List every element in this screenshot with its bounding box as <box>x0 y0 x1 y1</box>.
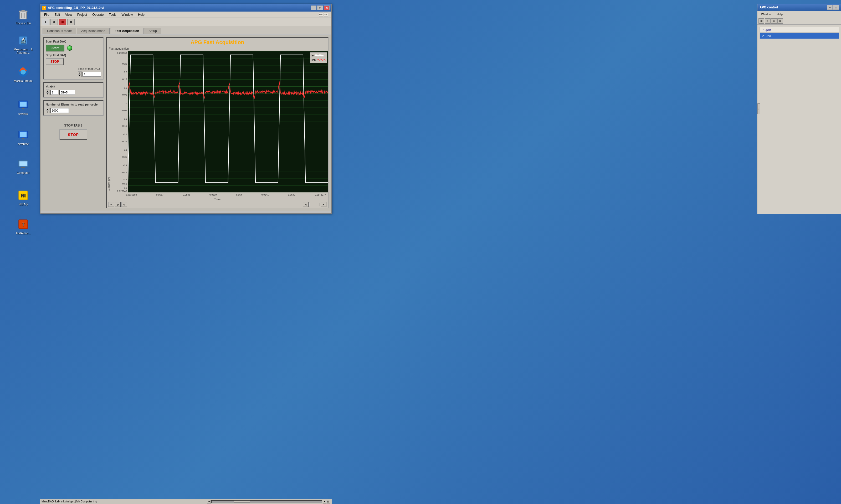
run-button[interactable] <box>42 19 49 25</box>
size-down-arrow[interactable]: ▼ <box>46 92 49 95</box>
main-window: V APG controlling_2.5_IPP_20131210.vi ─ … <box>40 4 332 214</box>
desktop-icon-nidaq[interactable]: NI NIDAQ <box>13 189 34 206</box>
menu-tools[interactable]: Tools <box>106 12 119 17</box>
side-toolbar: ⊞ ▷ ⊡ ⊞ <box>757 17 841 25</box>
side-list-item-1[interactable]: → .proi <box>759 27 839 33</box>
desktop-icon-label: NIDAQ <box>19 203 28 206</box>
y-axis-label: Current [V] <box>107 51 111 193</box>
svg-rect-2 <box>21 10 25 11</box>
desktop-icon-measurements[interactable]: 🔬 Measurem... & Automat... <box>13 34 34 54</box>
legend-ie: Ie <box>311 54 326 57</box>
side-minimize[interactable]: ─ <box>827 5 833 10</box>
desktop-icon-label: sxwints2 <box>18 142 29 145</box>
side-menu-help[interactable]: Help <box>774 12 785 16</box>
menu-window[interactable]: Window <box>119 12 136 17</box>
side-tb-btn-3[interactable]: ⊡ <box>771 18 777 24</box>
size-label: size(s) <box>46 85 101 88</box>
title-bar: V APG controlling_2.5_IPP_20131210.vi ─ … <box>40 4 331 12</box>
stop-tab-button[interactable]: STOP <box>59 129 87 140</box>
desktop-icon-sxwints[interactable]: sxwints <box>13 98 34 115</box>
resize-corner[interactable]: ⊠ <box>326 500 330 503</box>
y-n04: -0.4 <box>123 164 128 167</box>
reset-tool[interactable]: ↺ <box>121 202 127 207</box>
y-n055: -0.55 <box>121 182 128 185</box>
size-num-input[interactable] <box>50 90 58 95</box>
desktop-icon-label: Computer <box>17 171 30 174</box>
pan-tool[interactable]: ⊕ <box>115 202 121 207</box>
legend-ie-label: Ie <box>311 54 313 57</box>
chart-scroll-right[interactable]: ► <box>321 202 326 207</box>
stop-daq-button[interactable]: STOP <box>46 58 64 65</box>
chart-scroll-thumb[interactable] <box>309 203 320 206</box>
side-tb-btn-2[interactable]: ▷ <box>765 18 771 24</box>
menu-operate[interactable]: Operate <box>90 12 106 17</box>
side-tb-btn-4[interactable]: ⊞ <box>777 18 783 24</box>
svg-rect-32 <box>70 21 71 23</box>
desktop-icon-label: Measurem... & Automat... <box>13 48 34 54</box>
stop-tab-label: STOP TAB 3 <box>64 124 82 127</box>
menu-edit[interactable]: Edit <box>52 12 63 17</box>
minimize-button[interactable]: ─ <box>311 5 316 10</box>
chart-container: Current [V] 0.290968 0.25 0.2 0.15 0.1 0… <box>107 51 328 200</box>
h-scroll-left[interactable]: ◄ <box>207 500 211 503</box>
tab-acquisition-mode[interactable]: Acquisition mode <box>77 28 109 34</box>
menu-view[interactable]: View <box>63 12 75 17</box>
time-fast-daq-label: Time of fast DAQ <box>78 67 101 70</box>
zoom-tool[interactable]: + <box>108 202 114 207</box>
desktop-icon-computer[interactable]: Computer <box>13 158 34 174</box>
y-n05: -0.5 <box>123 178 128 181</box>
tab-setup[interactable]: Setup <box>144 28 161 34</box>
side-maximize[interactable]: □ <box>833 5 839 10</box>
h-scroll-track[interactable] <box>211 500 322 503</box>
side-menu-window[interactable]: Window <box>758 12 774 16</box>
tab-bar: Continuous mode Acquisition mode Fast Ac… <box>40 26 331 34</box>
time-up-arrow[interactable]: ▲ <box>78 71 82 74</box>
menu-file[interactable]: File <box>41 12 52 17</box>
svg-rect-15 <box>20 132 27 137</box>
desktop-icon-firefox[interactable]: Mozilla Firefox <box>13 66 34 83</box>
window-controls: ─ □ ✕ <box>311 5 329 10</box>
desktop-icon-testalone[interactable]: T TestAlone... <box>13 218 34 235</box>
start-daq-box: Start Fast DAQ Start Stop Fast DAQ STOP … <box>43 37 104 79</box>
start-button[interactable]: Start <box>46 44 64 51</box>
tab-continuous-mode[interactable]: Continuous mode <box>42 28 76 34</box>
y-n02: -0.2 <box>123 133 128 136</box>
elements-down-arrow[interactable]: ▼ <box>46 110 49 113</box>
y-02: 0.2 <box>123 71 128 73</box>
chart-scroll-left[interactable]: ◄ <box>303 202 309 207</box>
side-tb-btn-1[interactable]: ⊞ <box>758 18 764 24</box>
desktop-icon-recycle-bin[interactable]: Recycle Bin <box>13 8 34 25</box>
chart-title: APG Fast Acquisition <box>107 38 328 47</box>
y-n01: -0.1 <box>123 118 128 120</box>
close-button[interactable]: ✕ <box>324 5 329 10</box>
chart-toolbar: + ⊕ ↺ ◄ ► <box>107 201 328 208</box>
resize-handle: ⋮ <box>757 104 760 114</box>
side-win-controls: ─ □ <box>827 5 839 10</box>
time-down-arrow[interactable]: ▼ <box>78 74 82 77</box>
menu-help[interactable]: Help <box>135 12 147 17</box>
y-max: 0.290968 <box>117 52 128 54</box>
pause-button[interactable] <box>67 19 75 25</box>
maximize-button[interactable]: □ <box>317 5 323 10</box>
abort-button[interactable] <box>59 19 66 25</box>
indicator-light <box>67 46 72 51</box>
desktop-icon-label: sxwints <box>18 112 28 115</box>
menu-project[interactable]: Project <box>75 12 90 17</box>
chart-plot[interactable]: Ie Iion <box>128 51 328 193</box>
tab-fast-acquisition[interactable]: Fast Acquisition <box>110 28 143 34</box>
elements-up-arrow[interactable]: ▲ <box>46 108 49 110</box>
desktop-icon-sxwints2[interactable]: sxwints2 <box>13 129 34 145</box>
side-list-item-2[interactable]: .210.vi <box>759 33 839 39</box>
size-value-input[interactable] <box>59 90 75 95</box>
h-scroll-right[interactable]: ► <box>323 500 326 503</box>
h-scroll-thumb[interactable] <box>234 501 250 503</box>
stop-tab-section: STOP TAB 3 STOP <box>43 124 104 140</box>
svg-rect-20 <box>21 167 25 168</box>
elements-value-input[interactable] <box>50 108 69 113</box>
time-value-input[interactable] <box>83 72 101 77</box>
size-up-arrow[interactable]: ▲ <box>46 90 49 92</box>
elements-box: Number of Elements to read per cycle ▲ ▼ <box>43 100 104 116</box>
side-list: → .proi .210.vi <box>757 25 841 41</box>
run-cont-button[interactable] <box>50 19 58 25</box>
content-area: Start Fast DAQ Start Stop Fast DAQ STOP … <box>40 35 331 211</box>
